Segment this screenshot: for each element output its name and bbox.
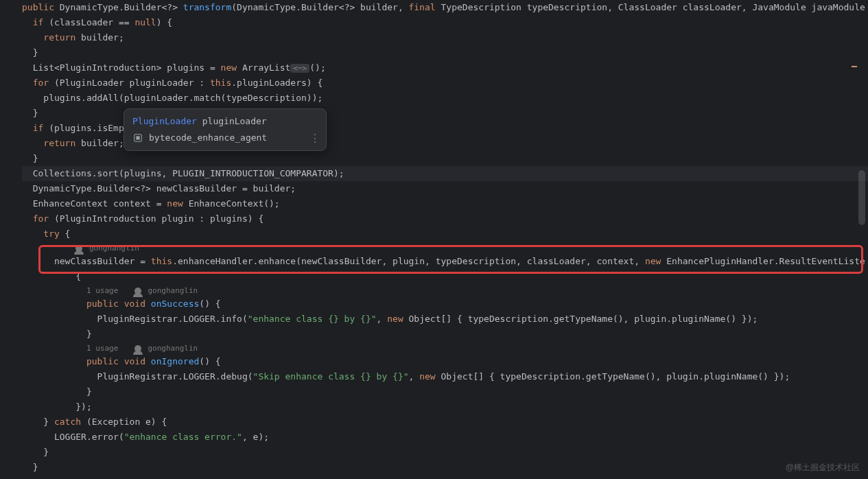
code: EnhancePluginHandler.ResultEventListe [661, 256, 865, 266]
keyword: if [33, 123, 44, 133]
popup-more-icon[interactable]: ⋮ [309, 131, 320, 146]
code-line[interactable]: } [22, 460, 868, 475]
code-line[interactable]: List<PluginIntroduction> plugins = new A… [22, 60, 868, 75]
scrollbar-thumb[interactable] [858, 170, 865, 225]
code: builder; [75, 32, 124, 43]
code: , [377, 314, 388, 324]
keyword: this [210, 78, 231, 88]
code-line[interactable]: public void onSuccess() { [22, 296, 868, 312]
keyword: new [387, 314, 403, 324]
code: Object[] { typeDescription.getTypeName()… [403, 314, 758, 324]
keyword: try [43, 229, 59, 239]
code: plugins.addAll(pluginLoader.match(typeDe… [43, 93, 322, 103]
code-line[interactable]: for (PluginIntroduction plugin : plugins… [22, 211, 868, 226]
module-icon [132, 132, 143, 143]
code: builder; [75, 138, 124, 148]
code-line[interactable]: } [22, 151, 868, 166]
inlay-hint: <~> [290, 64, 309, 73]
author-icon [134, 288, 141, 294]
popup-item-module[interactable]: bytecode_enhance_agent [124, 130, 326, 146]
code: , [409, 371, 420, 382]
keyword: new [419, 371, 435, 382]
code: ArrayList [237, 62, 290, 73]
code-line[interactable]: } [22, 45, 868, 60]
type: DynamicType.Builder<?> [60, 2, 183, 12]
code-line[interactable]: } [22, 384, 868, 399]
code-line[interactable]: Collections.sort(plugins, PLUGIN_INTRODU… [22, 166, 868, 181]
code: , e); [242, 432, 269, 442]
keyword: public [86, 299, 119, 309]
popup-item-variable[interactable]: PluginLoader pluginLoader [124, 113, 326, 130]
code-line[interactable]: { [22, 269, 868, 284]
string: "Skip enhance class {} by {}" [253, 371, 409, 382]
code: PluginRegistrar.LOGGER.info( [97, 314, 248, 324]
usage-inlay[interactable]: 1 usage [86, 342, 118, 355]
code: (); [309, 62, 325, 73]
code: } [43, 447, 49, 457]
code-line[interactable]: } catch (Exception e) { [22, 414, 868, 430]
code: } [33, 47, 38, 58]
scrollbar-track[interactable] [858, 0, 867, 479]
keyword: final [409, 2, 436, 12]
code-line[interactable]: } [22, 445, 868, 460]
keyword: if [33, 17, 44, 27]
code: List<PluginIntroduction> plugins = [33, 62, 221, 73]
method-name: onSuccess [151, 299, 199, 309]
code-line[interactable]: public void onIgnored() { [22, 354, 868, 369]
code-line[interactable]: for (PluginLoader pluginLoader : this.pl… [22, 75, 868, 91]
code: .pluginLoaders) { [231, 78, 322, 88]
code: Object[] { typeDescription.getTypeName()… [436, 371, 790, 382]
keyword: for [33, 78, 49, 88]
quick-doc-popup[interactable]: PluginLoader pluginLoader bytecode_enhan… [124, 108, 327, 151]
code-line-inlay: 1 usage gonghanglin [22, 342, 868, 354]
params: TypeDescription typeDescription, ClassLo… [436, 2, 865, 12]
code: newClassBuilder = [54, 256, 151, 266]
code: (plugins.isEmp [43, 123, 124, 133]
keyword: return [43, 32, 75, 43]
code-editor[interactable]: public DynamicType.Builder<?> transform(… [0, 0, 868, 479]
svg-rect-1 [136, 136, 139, 139]
keyword: new [221, 62, 237, 73]
code: } [43, 417, 54, 427]
code: (PluginLoader pluginLoader : [49, 78, 210, 88]
code-line[interactable]: PluginRegistrar.LOGGER.info("enhance cla… [22, 312, 868, 327]
code-line[interactable]: DynamicType.Builder<?> newClassBuilder =… [22, 181, 868, 196]
popup-text: bytecode_enhance_agent [149, 130, 267, 145]
code: } [33, 108, 38, 118]
code: } [86, 386, 92, 397]
code: } [33, 153, 38, 163]
code-line[interactable]: } [22, 327, 868, 342]
code: EnhanceContext context = [33, 198, 167, 209]
code-line[interactable]: }); [22, 399, 868, 414]
author-inlay: gonghanglin [134, 285, 198, 297]
code: }); [75, 401, 91, 412]
method-name: onIgnored [151, 356, 199, 366]
code: () { [199, 299, 220, 309]
string: "enhance class error." [124, 432, 242, 442]
keyword: return [43, 138, 75, 148]
keyword: new [167, 198, 183, 209]
keyword: for [33, 213, 49, 224]
code: } [33, 462, 38, 472]
code: } [86, 329, 92, 339]
code-line[interactable]: EnhanceContext context = new EnhanceCont… [22, 196, 868, 211]
usage-inlay[interactable]: 1 usage [86, 285, 118, 297]
code: DynamicType.Builder<?> newClassBuilder =… [33, 183, 296, 194]
code-line[interactable]: if (classLoader == null) { [22, 15, 868, 30]
keyword: public [22, 2, 54, 12]
keyword: catch [54, 417, 81, 427]
code-line[interactable]: PluginRegistrar.LOGGER.debug("Skip enhan… [22, 369, 868, 384]
popup-text: PluginLoader pluginLoader [132, 114, 267, 129]
code-line[interactable]: newClassBuilder = this.enhanceHandler.en… [22, 254, 868, 269]
code-line[interactable]: LOGGER.error("enhance class error.", e); [22, 430, 868, 445]
code: .enhanceHandler.enhance(newClassBuilder,… [172, 256, 645, 266]
keyword: new [645, 256, 661, 266]
code-line[interactable]: try { [22, 226, 868, 242]
code-line-inlay: gonghanglin [22, 242, 868, 254]
code-line[interactable]: plugins.addAll(pluginLoader.match(typeDe… [22, 91, 868, 106]
code: Collections.sort(plugins, PLUGIN_INTRODU… [33, 168, 344, 178]
code-line[interactable]: return builder; [22, 30, 868, 45]
author-inlay: gonghanglin [75, 242, 139, 255]
code: (PluginIntroduction plugin : plugins) { [49, 213, 263, 224]
code-line[interactable]: public DynamicType.Builder<?> transform(… [22, 0, 868, 15]
